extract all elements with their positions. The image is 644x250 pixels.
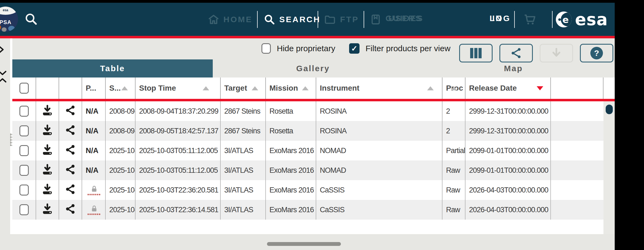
row-share-button[interactable]: [65, 203, 76, 216]
hide-proprietary-checkbox[interactable]: [261, 43, 271, 54]
row-share-button[interactable]: [65, 125, 76, 137]
row-download-button[interactable]: [41, 124, 54, 138]
cell-instrument: NOMAD: [316, 160, 442, 180]
cell-proc: Partial: [442, 141, 465, 160]
row-share-button[interactable]: [65, 144, 76, 157]
download-arrow-icon: [550, 47, 563, 60]
chevron-up-icon[interactable]: [0, 77, 7, 83]
header-stop-time[interactable]: Stop Time: [136, 77, 221, 99]
cell-select: [12, 101, 36, 121]
table-row: N/A2025-10-2025-10-03T05:11:12.0053I/ATL…: [12, 160, 603, 180]
cell-proc: Raw: [442, 200, 465, 220]
cell-select: [12, 141, 36, 160]
expand-panel-chevron-right-icon[interactable]: [0, 45, 6, 54]
cell-instrument: CaSSIS: [316, 200, 442, 220]
cell-select: [12, 180, 36, 200]
header-mission[interactable]: Mission: [266, 77, 316, 99]
cell-instrument: ROSINA: [316, 121, 442, 141]
cell-start-time: 2025-10-: [106, 180, 136, 200]
cell-empty: [551, 101, 603, 121]
nav-separator: [364, 11, 364, 28]
cell-empty: [551, 200, 603, 220]
cell-release-date: 2026-04-03T00:00:00.000: [465, 180, 551, 200]
cell-target: 3I/ATLAS: [221, 160, 266, 180]
nav-cart[interactable]: [522, 12, 537, 28]
select-all-checkbox[interactable]: [19, 83, 29, 94]
share-icon: [65, 125, 76, 136]
chevron-down-icon[interactable]: [0, 70, 7, 76]
row-checkbox[interactable]: [19, 204, 29, 215]
cell-mission: ExoMars 2016: [266, 141, 316, 160]
cell-proc: Raw: [442, 160, 465, 180]
tab-map[interactable]: Map: [413, 59, 614, 77]
header-target[interactable]: Target: [221, 77, 266, 99]
psa-logo[interactable]: esa PSA: [0, 7, 18, 32]
nav-ftp[interactable]: FTP: [324, 3, 359, 36]
row-checkbox[interactable]: [19, 145, 29, 156]
header-instrument[interactable]: Instrument: [316, 77, 442, 99]
row-share-button[interactable]: [65, 164, 76, 177]
header-proprietary[interactable]: P...: [82, 77, 106, 99]
top-black-strip: [0, 0, 644, 3]
share-icon: [510, 47, 522, 59]
cell-select: [12, 200, 36, 220]
horizontal-scrollbar-thumb[interactable]: [267, 242, 341, 246]
cell-target: 2867 Steins: [221, 121, 266, 141]
row-share-button[interactable]: [65, 105, 76, 118]
nav-login[interactable]: LOG IN: [490, 3, 514, 36]
cell-share: [59, 141, 82, 160]
cell-start-time: 2025-10-: [106, 141, 136, 160]
esa-logo[interactable]: e esa: [556, 3, 608, 36]
row-download-button[interactable]: [41, 143, 54, 158]
sort-asc-icon: [121, 86, 128, 90]
row-checkbox[interactable]: [19, 106, 29, 117]
row-download-button[interactable]: [41, 104, 54, 119]
nav-ftp-label: FTP: [340, 15, 359, 24]
nav-search[interactable]: SEARCH: [263, 3, 321, 36]
row-checkbox[interactable]: [19, 185, 29, 196]
nav-separator: [514, 11, 515, 28]
row-checkbox[interactable]: [19, 125, 29, 136]
cell-target: 3I/ATLAS: [221, 200, 266, 220]
cell-download: [36, 180, 59, 200]
cell-share: [59, 180, 82, 200]
vertical-scrollbar-thumb[interactable]: [606, 105, 613, 114]
search-icon: [263, 13, 275, 25]
row-download-button[interactable]: [41, 183, 54, 197]
header-release-date[interactable]: Release Date: [465, 77, 551, 99]
cell-share: [59, 121, 82, 141]
cell-select: [12, 160, 36, 180]
cell-proprietary: [82, 180, 106, 200]
header-proc[interactable]: Proc: [442, 77, 465, 99]
tab-gallery[interactable]: Gallery: [213, 59, 413, 77]
cell-empty: [551, 141, 603, 160]
cell-target: 2867 Steins: [221, 101, 266, 121]
cell-release-date: 2099-01-01T00:00:00.000: [465, 141, 551, 160]
download-icon: [41, 104, 54, 117]
cell-download: [36, 101, 59, 121]
table-row: 2025-10-2025-10-03T22:36:20.5813I/ATLASE…: [12, 180, 603, 200]
download-icon: [41, 124, 54, 136]
header-search-icon[interactable]: [24, 12, 38, 26]
nav-separator: [552, 11, 553, 28]
cell-stop-time: 2025-10-03T22:36:20.581: [136, 180, 221, 200]
row-download-button[interactable]: [41, 203, 54, 217]
row-download-button[interactable]: [41, 163, 54, 178]
tab-table[interactable]: Table: [12, 59, 213, 77]
cell-start-time: 2025-10-: [106, 160, 136, 180]
header-start-time[interactable]: S...: [106, 77, 136, 99]
vertical-scrollbar-track[interactable]: [603, 101, 615, 234]
help-icon: ?: [590, 47, 603, 59]
cell-mission: ExoMars 2016: [266, 180, 316, 200]
psa-logo-esa-text: esa: [0, 8, 18, 12]
filter-products-checkbox[interactable]: ✓: [349, 43, 360, 54]
cell-empty: [551, 160, 603, 180]
row-share-button[interactable]: [65, 184, 76, 197]
nav-home[interactable]: HOME: [208, 3, 252, 36]
select-all-cell: [12, 77, 36, 99]
row-checkbox[interactable]: [19, 165, 29, 176]
cell-download: [36, 160, 59, 180]
nav-users-guides[interactable]: GUIDES USERS: [370, 3, 429, 36]
nav-home-label: HOME: [223, 15, 252, 24]
filter-products-control: ✓ Filter products per view: [349, 43, 450, 54]
